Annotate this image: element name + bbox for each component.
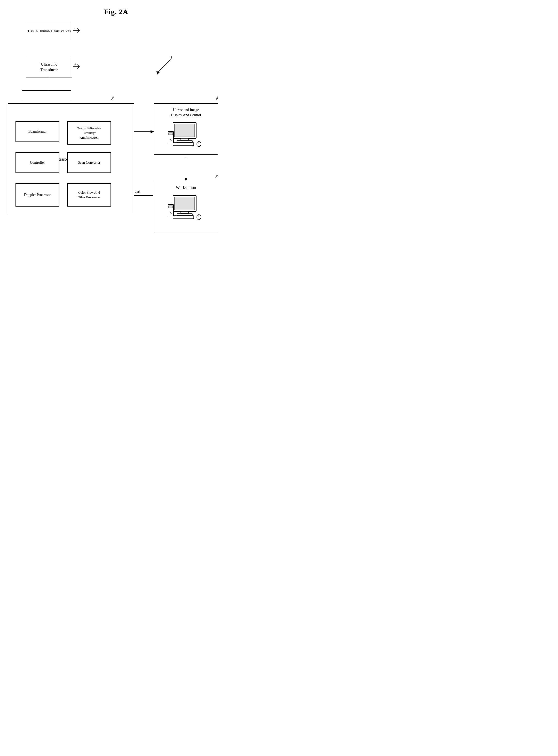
ref-5: 5 (217, 96, 218, 100)
svg-rect-35 (177, 213, 193, 216)
controller-box: Controller (16, 152, 59, 173)
svg-rect-33 (175, 197, 195, 210)
svg-rect-27 (169, 133, 173, 135)
txrx-label: Transmit/ReceiveCircuitry/Amplification (77, 126, 101, 140)
svg-rect-39 (173, 216, 194, 219)
beamformer-label: Beamformer (28, 129, 47, 134)
colorflow-label: Color Flow AndOther Processors (78, 190, 100, 200)
scan-converter-box: Scan Converter (67, 152, 111, 173)
svg-marker-16 (156, 71, 159, 75)
svg-rect-37 (169, 206, 173, 208)
txrx-box: Transmit/ReceiveCircuitry/Amplification (67, 121, 111, 145)
svg-point-28 (170, 139, 172, 141)
tissue-box: Tissue/Human Heart/Valves (26, 21, 72, 41)
colorflow-box: Color Flow AndOther Processors (67, 183, 111, 207)
ref-3: 3 (74, 62, 76, 66)
svg-rect-24 (181, 138, 188, 140)
ref-1: 1 (171, 55, 173, 60)
svg-rect-23 (175, 124, 195, 137)
doppler-label: Doppler Processor (24, 192, 51, 198)
figure-title: Fig. 2A (10, 8, 222, 16)
doppler-box: Doppler Processor (16, 183, 59, 207)
workstation-title: Workstation (174, 183, 198, 192)
workstation-computer-illustration (168, 194, 204, 220)
display-computer-illustration (168, 121, 204, 147)
page: { "title": "Fig. 2A", "boxes": { "tissue… (0, 0, 232, 315)
ref-2: 2 (74, 26, 76, 30)
display-box: Ultrasound ImageDisplay And Control (154, 103, 218, 155)
svg-rect-34 (181, 211, 188, 213)
svg-rect-29 (173, 142, 194, 146)
beamformer-box: Beamformer (16, 121, 59, 142)
svg-point-38 (170, 212, 172, 214)
workstation-box: Workstation (154, 181, 218, 232)
display-title: Ultrasound ImageDisplay And Control (169, 106, 203, 119)
svg-rect-25 (177, 140, 193, 142)
scan-converter-label: Scan Converter (78, 160, 100, 165)
transducer-box: UltrasonicTransducer (26, 57, 72, 77)
controller-label: Controller (30, 160, 45, 165)
ref-6: 6 (217, 173, 218, 177)
tissue-label: Tissue/Human Heart/Valves (27, 28, 71, 34)
transducer-label: UltrasonicTransducer (41, 62, 58, 73)
ref-4: 4 (112, 96, 114, 100)
